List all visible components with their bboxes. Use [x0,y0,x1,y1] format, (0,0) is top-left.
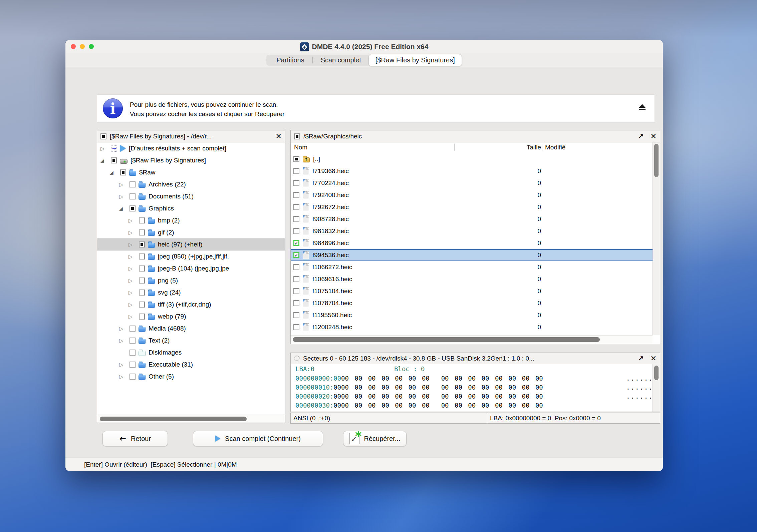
hex-row[interactable]: 000000010:0000 00 00 00 00 00 00 00 00 0… [291,384,653,393]
file-row[interactable]: f719368.heic0 [291,165,653,177]
file-row[interactable]: f1066272.heic0 [291,261,653,273]
tree-item[interactable]: ▷png (5) [97,275,285,287]
expander-icon[interactable]: ▷ [129,302,136,308]
file-row[interactable]: f994536.heic0 [291,249,653,261]
file-row[interactable]: f1075104.heic0 [291,285,653,297]
file-row[interactable]: f792400.heic0 [291,189,653,201]
tree-item-checkbox[interactable] [139,241,145,247]
tree-item[interactable]: ▷bmp (2) [97,214,285,226]
tree-item-checkbox[interactable] [139,229,145,235]
tree-hscroll-thumb[interactable] [100,417,247,421]
file-panel-close-icon[interactable]: ✕ [651,133,657,140]
file-row[interactable]: f1069616.heic0 [291,273,653,285]
tree-item[interactable]: ▷Other (5) [97,371,285,383]
file-row[interactable]: f908728.heic0 [291,213,653,225]
file-row-checkbox[interactable] [293,252,299,258]
tree-item[interactable]: ▷tiff (3) (+tif,dcr,dng) [97,299,285,311]
tree-item-checkbox[interactable] [130,205,136,211]
tree-item[interactable]: ▷Text (2) [97,335,285,347]
expander-icon[interactable]: ▷ [119,181,127,188]
recover-button[interactable]: ✓ * Récupérer... [343,431,407,446]
tree-panel-checkbox[interactable] [100,133,106,139]
scan-continue-button[interactable]: Scan complet (Continuer) [193,431,323,446]
expander-icon[interactable]: ▷ [119,362,127,368]
hex-cursor-byte[interactable]: 00 [333,384,341,391]
file-row[interactable]: f1078704.heic0 [291,297,653,309]
file-row-checkbox[interactable] [293,228,299,234]
file-list-vertical-scrollbar[interactable] [653,142,660,335]
tab-scan-complet[interactable]: Scan complet [313,55,369,66]
file-hscroll-thumb[interactable] [293,337,600,342]
expander-icon[interactable]: ▷ [129,265,136,272]
hex-cursor-byte[interactable]: 00 [333,393,341,400]
minimize-window-button[interactable] [80,44,85,49]
file-row-checkbox[interactable] [293,192,299,198]
file-row-checkbox[interactable] [293,168,299,174]
tree-item[interactable]: ▷webp (79) [97,311,285,323]
expander-icon[interactable]: ◢ [110,170,117,175]
column-name[interactable]: Nom [294,144,307,151]
expander-icon[interactable]: ▷ [129,241,136,248]
expander-icon[interactable]: ▷ [129,253,136,260]
tree-item[interactable]: ▷svg (24) [97,287,285,299]
file-row-checkbox[interactable] [293,276,299,282]
column-size[interactable]: Taille [478,144,541,151]
eject-icon[interactable] [637,103,647,111]
file-row-checkbox[interactable] [293,288,299,294]
back-button[interactable]: ← Retour [102,431,168,446]
hex-cursor-byte[interactable]: 00 [333,375,341,382]
tree-item-checkbox[interactable] [130,374,136,380]
file-vscroll-thumb[interactable] [654,144,659,177]
file-row-checkbox[interactable] [293,216,299,222]
close-window-button[interactable] [71,44,76,49]
file-row-checkbox[interactable] [293,204,299,210]
tree-item-checkbox[interactable] [111,157,117,163]
file-row-checkbox[interactable] [293,240,299,246]
expander-icon[interactable]: ▷ [119,374,127,380]
file-row-checkbox[interactable] [293,180,299,186]
file-row[interactable]: f981832.heic0 [291,225,653,237]
column-modified[interactable]: Modifié [545,144,565,151]
tree-item[interactable]: ▷gif (2) [97,226,285,238]
expander-icon[interactable]: ▷ [119,326,127,332]
tab-raw-files-active[interactable]: [$Raw Files by Signatures] [368,54,462,66]
hex-row[interactable]: 000000020:0000 00 00 00 00 00 00 00 00 0… [291,393,653,402]
tree-horizontal-scrollbar[interactable] [97,415,285,423]
file-row-checkbox[interactable] [293,312,299,318]
hex-panel-expand-icon[interactable]: ↗ [638,355,644,362]
tree-item[interactable]: ▷jpeg (850) (+jpg,jpe,jfif,jif, [97,250,285,262]
hex-panel-close-icon[interactable]: ✕ [651,355,657,362]
tree-item-checkbox[interactable] [130,362,136,368]
zoom-window-button[interactable] [89,44,94,49]
expander-icon[interactable]: ▷ [100,145,108,152]
tree-item-checkbox[interactable] [139,265,145,272]
tree-item-checkbox[interactable] [130,326,136,332]
tree-item[interactable]: ▷heic (97) (+heif) [97,238,285,250]
file-panel-checkbox[interactable] [294,133,300,139]
tree-item[interactable]: ▷Executable (31) [97,359,285,371]
file-row[interactable]: f770224.heic0 [291,177,653,189]
tree-item[interactable]: ◢Graphics [97,202,285,214]
tree-item-checkbox[interactable] [139,278,145,284]
tree-item[interactable]: ▷Media (4688) [97,323,285,335]
file-list-horizontal-scrollbar[interactable] [291,335,653,344]
expander-icon[interactable]: ▷ [129,290,136,296]
hex-cursor-byte[interactable]: 00 [333,402,341,409]
tree-item-checkbox[interactable] [139,314,145,320]
file-row-checkbox[interactable] [293,324,299,330]
tree-item-checkbox[interactable] [130,181,136,187]
tree-panel-close-icon[interactable]: ✕ [276,133,282,140]
file-row[interactable]: f1195560.heic0 [291,309,653,321]
expander-icon[interactable]: ◢ [119,206,127,211]
file-row-checkbox[interactable] [293,300,299,306]
hex-vscroll-thumb[interactable] [654,366,659,380]
tree-item-checkbox[interactable] [130,193,136,199]
tree-item[interactable]: ▷jpeg-B (104) (jpeg,jpg,jpe [97,262,285,275]
file-row[interactable]: f1200248.heic0 [291,321,653,333]
tab-partitions[interactable]: Partitions [268,55,312,66]
tree-item[interactable]: ◢[$Raw Files by Signatures] [97,154,285,166]
tree-item-checkbox[interactable] [130,338,136,344]
expander-icon[interactable]: ◢ [100,158,108,163]
tree-item-checkbox[interactable] [139,302,145,308]
file-panel-expand-icon[interactable]: ↗ [638,133,644,140]
